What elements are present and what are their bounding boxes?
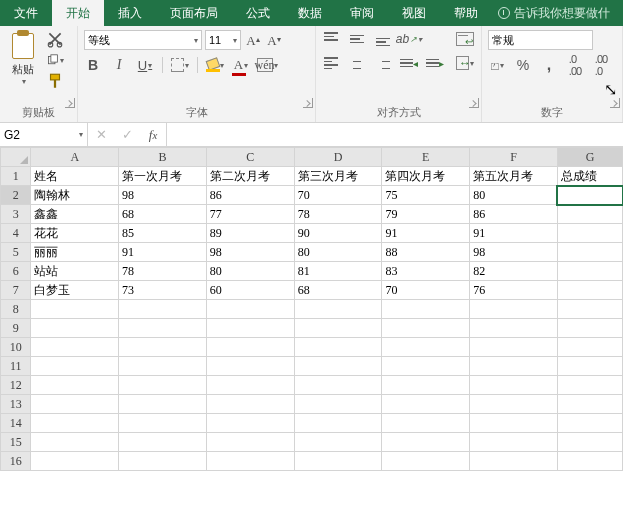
- cell[interactable]: [470, 357, 558, 376]
- cell[interactable]: [557, 319, 622, 338]
- cell[interactable]: 98: [206, 243, 294, 262]
- row-header[interactable]: 1: [1, 167, 31, 186]
- cell[interactable]: [31, 414, 119, 433]
- cell[interactable]: 第二次月考: [206, 167, 294, 186]
- align-bottom-button[interactable]: [374, 30, 392, 48]
- cell[interactable]: [119, 414, 207, 433]
- row-header[interactable]: 8: [1, 300, 31, 319]
- cell[interactable]: 82: [470, 262, 558, 281]
- cell[interactable]: [31, 338, 119, 357]
- cell[interactable]: 60: [206, 281, 294, 300]
- cell[interactable]: 68: [119, 205, 207, 224]
- row-header[interactable]: 2: [1, 186, 31, 205]
- paste-button[interactable]: 粘贴 ▾: [6, 30, 40, 86]
- copy-button[interactable]: ▾: [46, 51, 64, 69]
- cell[interactable]: [206, 433, 294, 452]
- cell[interactable]: 78: [119, 262, 207, 281]
- cell[interactable]: [206, 452, 294, 471]
- cell[interactable]: 80: [294, 243, 382, 262]
- cell[interactable]: [206, 395, 294, 414]
- cell[interactable]: 90: [294, 224, 382, 243]
- cancel-formula-button[interactable]: ✕: [88, 127, 114, 142]
- cell[interactable]: [382, 376, 470, 395]
- tab-page-layout[interactable]: 页面布局: [156, 0, 232, 26]
- row-header[interactable]: 12: [1, 376, 31, 395]
- increase-decimal-button[interactable]: .0.00: [566, 56, 584, 74]
- font-name-select[interactable]: 等线▾: [84, 30, 202, 50]
- column-header[interactable]: D: [294, 148, 382, 167]
- cell[interactable]: 第三次月考: [294, 167, 382, 186]
- cell[interactable]: 75: [382, 186, 470, 205]
- cell[interactable]: 91: [470, 224, 558, 243]
- decrease-decimal-button[interactable]: .00.0: [592, 56, 610, 74]
- number-format-select[interactable]: 常规: [488, 30, 593, 50]
- orientation-button[interactable]: ab↗▾: [400, 30, 418, 48]
- insert-function-button[interactable]: fx: [140, 127, 166, 143]
- comma-style-button[interactable]: [540, 56, 558, 74]
- row-header[interactable]: 10: [1, 338, 31, 357]
- cell[interactable]: [557, 186, 622, 205]
- column-header[interactable]: E: [382, 148, 470, 167]
- cell[interactable]: 86: [206, 186, 294, 205]
- bold-button[interactable]: B: [84, 56, 102, 74]
- cell[interactable]: [557, 357, 622, 376]
- cell[interactable]: 91: [382, 224, 470, 243]
- cell[interactable]: 85: [119, 224, 207, 243]
- column-header[interactable]: G: [557, 148, 622, 167]
- font-color-button[interactable]: A▾: [232, 56, 250, 74]
- tab-insert[interactable]: 插入: [104, 0, 156, 26]
- cell[interactable]: [557, 281, 622, 300]
- currency-button[interactable]: ⏍▾: [488, 56, 506, 74]
- cell[interactable]: [294, 433, 382, 452]
- cell[interactable]: [382, 300, 470, 319]
- cell[interactable]: [31, 452, 119, 471]
- cell[interactable]: [294, 395, 382, 414]
- cell[interactable]: [31, 300, 119, 319]
- phonetic-guide-button[interactable]: wén▾: [258, 56, 276, 74]
- row-header[interactable]: 15: [1, 433, 31, 452]
- row-header[interactable]: 9: [1, 319, 31, 338]
- cell[interactable]: [294, 300, 382, 319]
- tab-view[interactable]: 视图: [388, 0, 440, 26]
- cell[interactable]: 78: [294, 205, 382, 224]
- cell[interactable]: 陶翰林: [31, 186, 119, 205]
- cell[interactable]: 鑫鑫: [31, 205, 119, 224]
- cell[interactable]: 83: [382, 262, 470, 281]
- cell[interactable]: 91: [119, 243, 207, 262]
- cell[interactable]: 70: [294, 186, 382, 205]
- cell[interactable]: [294, 376, 382, 395]
- cell[interactable]: [470, 376, 558, 395]
- increase-font-button[interactable]: A▴: [244, 31, 262, 49]
- cell[interactable]: 80: [206, 262, 294, 281]
- column-header[interactable]: A: [31, 148, 119, 167]
- cell[interactable]: 98: [470, 243, 558, 262]
- align-center-button[interactable]: [348, 54, 366, 72]
- cell[interactable]: [557, 300, 622, 319]
- font-size-select[interactable]: 11▾: [205, 30, 241, 50]
- cell[interactable]: 第四次月考: [382, 167, 470, 186]
- cell[interactable]: [31, 395, 119, 414]
- cell[interactable]: [294, 338, 382, 357]
- align-middle-button[interactable]: [348, 30, 366, 48]
- cell[interactable]: [470, 433, 558, 452]
- cell[interactable]: [382, 433, 470, 452]
- cell[interactable]: [382, 395, 470, 414]
- cell[interactable]: 80: [470, 186, 558, 205]
- cell[interactable]: [470, 319, 558, 338]
- increase-indent-button[interactable]: ▸: [426, 54, 444, 72]
- tab-help[interactable]: 帮助: [440, 0, 492, 26]
- cell[interactable]: [470, 300, 558, 319]
- cell[interactable]: [206, 300, 294, 319]
- cell[interactable]: 姓名: [31, 167, 119, 186]
- cell[interactable]: [119, 319, 207, 338]
- cell[interactable]: 73: [119, 281, 207, 300]
- align-top-button[interactable]: [322, 30, 340, 48]
- cell[interactable]: 77: [206, 205, 294, 224]
- decrease-font-button[interactable]: A▾: [265, 31, 283, 49]
- tab-formulas[interactable]: 公式: [232, 0, 284, 26]
- wrap-text-button[interactable]: [456, 30, 474, 48]
- tab-data[interactable]: 数据: [284, 0, 336, 26]
- cell[interactable]: 76: [470, 281, 558, 300]
- cell[interactable]: [206, 357, 294, 376]
- clipboard-launcher[interactable]: [65, 98, 75, 108]
